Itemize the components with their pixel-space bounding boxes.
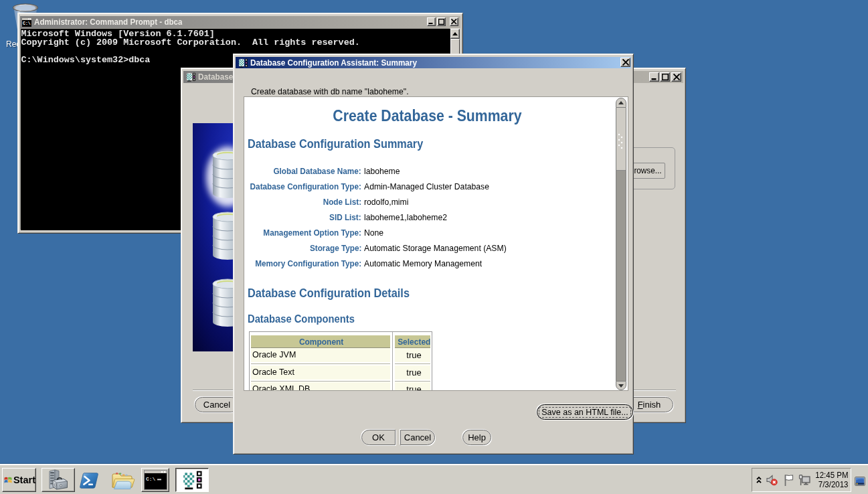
svg-text:C:\: C:\ xyxy=(23,21,31,25)
svg-text:C:\: C:\ xyxy=(146,476,156,482)
